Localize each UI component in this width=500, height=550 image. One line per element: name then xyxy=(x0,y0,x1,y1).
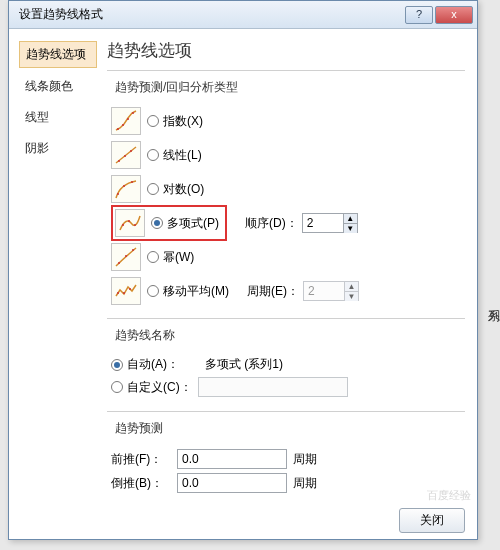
name-custom-input xyxy=(198,377,348,397)
svg-point-3 xyxy=(132,112,134,114)
radio-exponential[interactable]: 指数(X) xyxy=(147,113,203,130)
svg-point-10 xyxy=(131,181,133,183)
svg-point-16 xyxy=(132,249,134,251)
exponential-icon xyxy=(111,107,141,135)
type-row-power: 幂(W) xyxy=(111,240,461,274)
order-spinner[interactable]: ▲▼ xyxy=(302,213,358,233)
backward-unit: 周期 xyxy=(293,475,317,492)
svg-point-2 xyxy=(127,118,129,120)
type-row-exponential: 指数(X) xyxy=(111,104,461,138)
radio-moving-average[interactable]: 移动平均(M) xyxy=(147,283,229,300)
radio-logarithmic[interactable]: 对数(O) xyxy=(147,181,204,198)
svg-point-13 xyxy=(134,224,136,226)
page-title: 趋势线选项 xyxy=(107,39,465,62)
name-auto-value: 多项式 (系列1) xyxy=(205,356,283,373)
svg-point-11 xyxy=(122,224,124,226)
logarithmic-icon xyxy=(111,175,141,203)
svg-point-5 xyxy=(118,160,120,162)
order-control: 顺序(D)： ▲▼ xyxy=(245,213,358,233)
type-group: 趋势预测/回归分析类型 指数(X) 线性(L) 对数(O) 多项式( xyxy=(107,70,465,314)
period-label: 周期(E)： xyxy=(247,283,299,300)
type-row-polynomial: 多项式(P) 顺序(D)： ▲▼ xyxy=(111,206,461,240)
name-group-label: 趋势线名称 xyxy=(111,327,179,344)
type-group-label: 趋势预测/回归分析类型 xyxy=(111,79,242,96)
titlebar: 设置趋势线格式 ? x xyxy=(9,1,477,29)
type-row-logarithmic: 对数(O) xyxy=(111,172,461,206)
svg-point-12 xyxy=(128,220,130,222)
svg-point-1 xyxy=(122,124,124,126)
svg-point-6 xyxy=(124,155,126,157)
period-control: 周期(E)： ▲▼ xyxy=(247,281,359,301)
forecast-group: 趋势预测 前推(F)： 周期 倒推(B)： 周期 xyxy=(107,411,465,503)
svg-point-14 xyxy=(118,262,120,264)
backward-input[interactable] xyxy=(177,473,287,493)
svg-point-18 xyxy=(123,292,125,294)
radio-name-auto[interactable]: 自动(A)： xyxy=(111,356,179,373)
help-button[interactable]: ? xyxy=(405,6,433,24)
forward-input[interactable] xyxy=(177,449,287,469)
svg-point-19 xyxy=(129,288,131,290)
svg-point-9 xyxy=(123,185,125,187)
sidebar-item-line-color[interactable]: 线条颜色 xyxy=(19,74,97,99)
power-icon xyxy=(111,243,141,271)
main-panel: 趋势线选项 趋势预测/回归分析类型 指数(X) 线性(L) 对数(O) xyxy=(101,29,477,503)
footer: 关闭 xyxy=(399,508,465,533)
forward-label: 前推(F)： xyxy=(111,451,171,468)
moving-average-icon xyxy=(111,277,141,305)
radio-power[interactable]: 幂(W) xyxy=(147,249,194,266)
period-input xyxy=(304,282,344,300)
sidebar-item-trendline-options[interactable]: 趋势线选项 xyxy=(19,41,97,68)
titlebar-buttons: ? x xyxy=(405,6,473,24)
type-row-moving-average: 移动平均(M) 周期(E)： ▲▼ xyxy=(111,274,461,308)
sidebar-item-line-style[interactable]: 线型 xyxy=(19,105,97,130)
period-up-icon: ▲ xyxy=(344,282,358,292)
linear-icon xyxy=(111,141,141,169)
order-up-icon[interactable]: ▲ xyxy=(343,214,357,224)
dialog-window: 设置趋势线格式 ? x 趋势线选项 线条颜色 线型 阴影 趋势线选项 趋势预测/… xyxy=(8,0,478,540)
svg-point-0 xyxy=(117,128,119,130)
period-spinner: ▲▼ xyxy=(303,281,359,301)
watermark: 百度经验 xyxy=(427,488,471,503)
close-window-button[interactable]: x xyxy=(435,6,473,24)
dialog-body: 趋势线选项 线条颜色 线型 阴影 趋势线选项 趋势预测/回归分析类型 指数(X)… xyxy=(9,29,477,503)
type-row-linear: 线性(L) xyxy=(111,138,461,172)
radio-polynomial[interactable]: 多项式(P) xyxy=(151,215,219,232)
svg-point-7 xyxy=(130,150,132,152)
order-down-icon[interactable]: ▼ xyxy=(343,224,357,233)
name-group: 趋势线名称 自动(A)： 多项式 (系列1) 自定义(C)： xyxy=(107,318,465,407)
radio-linear[interactable]: 线性(L) xyxy=(147,147,202,164)
backward-label: 倒推(B)： xyxy=(111,475,171,492)
svg-point-8 xyxy=(117,193,119,195)
polynomial-highlight-box: 多项式(P) xyxy=(111,205,227,241)
sidebar: 趋势线选项 线条颜色 线型 阴影 xyxy=(9,29,101,503)
sidebar-item-shadow[interactable]: 阴影 xyxy=(19,136,97,161)
svg-point-15 xyxy=(125,255,127,257)
window-title: 设置趋势线格式 xyxy=(19,6,405,23)
forward-unit: 周期 xyxy=(293,451,317,468)
polynomial-icon xyxy=(115,209,145,237)
close-button[interactable]: 关闭 xyxy=(399,508,465,533)
radio-name-custom[interactable]: 自定义(C)： xyxy=(111,379,192,396)
svg-point-17 xyxy=(117,292,119,294)
order-input[interactable] xyxy=(303,214,343,232)
forecast-group-label: 趋势预测 xyxy=(111,420,167,437)
order-label: 顺序(D)： xyxy=(245,215,298,232)
period-down-icon: ▼ xyxy=(344,292,358,301)
